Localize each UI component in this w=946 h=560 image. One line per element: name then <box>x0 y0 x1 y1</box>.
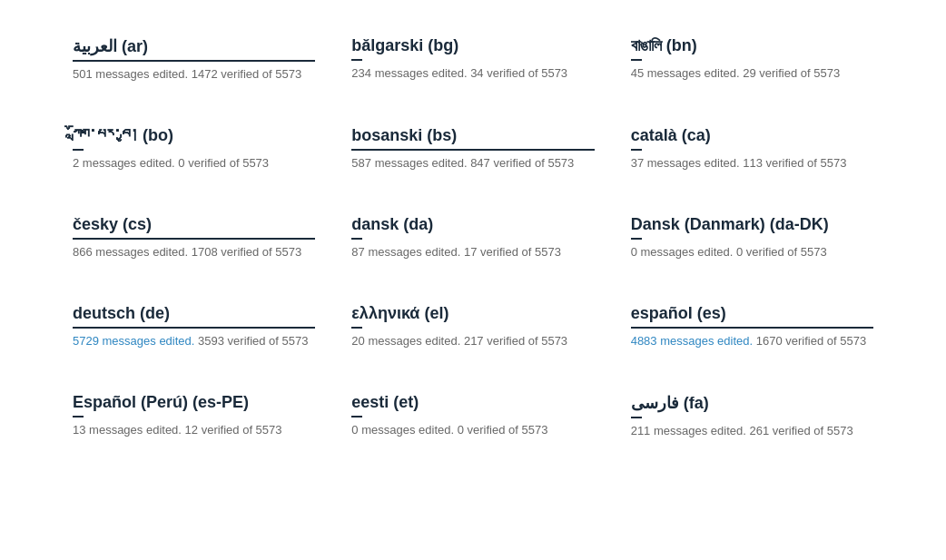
language-divider <box>631 59 642 61</box>
language-stats: 0 messages edited. 0 verified of 5573 <box>631 245 873 259</box>
language-divider <box>73 149 84 151</box>
language-stats: 4883 messages edited. 1670 verified of 5… <box>631 334 873 348</box>
language-name: ཀློག་པར་བྱ། (bo) <box>73 126 315 145</box>
language-item[interactable]: bălgarski (bg)234 messages edited. 34 ve… <box>333 18 612 108</box>
language-divider <box>73 327 315 329</box>
language-grid: العربية (ar)501 messages edited. 1472 ve… <box>0 0 946 483</box>
language-name: فارسی (fa) <box>631 393 873 413</box>
language-item[interactable]: español (es)4883 messages edited. 1670 v… <box>613 286 892 375</box>
language-stats: 0 messages edited. 0 verified of 5573 <box>351 423 594 437</box>
language-name: dansk (da) <box>351 215 594 234</box>
language-name: bălgarski (bg) <box>351 36 594 55</box>
language-divider <box>351 327 362 329</box>
language-item[interactable]: فارسی (fa)211 messages edited. 261 verif… <box>613 375 892 465</box>
language-name: česky (cs) <box>73 215 315 234</box>
language-name: deutsch (de) <box>73 304 315 323</box>
language-name: Español (Perú) (es-PE) <box>73 393 315 412</box>
language-divider <box>73 416 84 418</box>
language-stats: 45 messages edited. 29 verified of 5573 <box>631 66 873 80</box>
language-name: català (ca) <box>631 126 873 145</box>
language-item[interactable]: deutsch (de)5729 messages edited. 3593 v… <box>54 286 333 375</box>
language-item[interactable]: ελληνικά (el)20 messages edited. 217 ver… <box>333 286 612 375</box>
language-divider <box>631 149 642 151</box>
language-name: español (es) <box>631 304 873 323</box>
language-stats: 2 messages edited. 0 verified of 5573 <box>73 156 315 170</box>
language-divider <box>73 60 315 62</box>
language-item[interactable]: bosanski (bs)587 messages edited. 847 ve… <box>333 108 612 197</box>
language-divider <box>351 238 362 240</box>
language-stats: 37 messages edited. 113 verified of 5573 <box>631 156 873 170</box>
language-divider <box>351 59 362 61</box>
language-divider <box>631 417 642 418</box>
language-item[interactable]: বাঙালি (bn)45 messages edited. 29 verifi… <box>613 18 892 108</box>
language-stats: 5729 messages edited. 3593 verified of 5… <box>73 334 315 348</box>
language-stats: 234 messages edited. 34 verified of 5573 <box>351 66 594 80</box>
language-item[interactable]: ཀློག་པར་བྱ། (bo)2 messages edited. 0 ver… <box>54 108 333 197</box>
language-name: ελληνικά (el) <box>351 304 594 323</box>
language-divider <box>631 327 873 329</box>
language-stats: 587 messages edited. 847 verified of 557… <box>351 156 594 170</box>
language-name: eesti (et) <box>351 393 594 412</box>
language-item[interactable]: dansk (da)87 messages edited. 17 verifie… <box>333 197 612 286</box>
language-item[interactable]: česky (cs)866 messages edited. 1708 veri… <box>54 197 333 286</box>
language-divider <box>631 238 642 240</box>
language-name: Dansk (Danmark) (da-DK) <box>631 215 873 234</box>
language-stats: 211 messages edited. 261 verified of 557… <box>631 424 873 437</box>
language-stats: 20 messages edited. 217 verified of 5573 <box>351 334 594 348</box>
language-name: bosanski (bs) <box>351 126 594 145</box>
language-item[interactable]: eesti (et)0 messages edited. 0 verified … <box>333 375 612 465</box>
language-divider <box>351 149 594 151</box>
language-divider <box>351 416 362 418</box>
language-stats: 866 messages edited. 1708 verified of 55… <box>73 245 315 259</box>
language-stats: 501 messages edited. 1472 verified of 55… <box>73 67 315 81</box>
language-name: বাঙালি (bn) <box>631 36 873 55</box>
language-stats: 87 messages edited. 17 verified of 5573 <box>351 245 594 259</box>
language-divider <box>73 238 315 240</box>
language-stats: 13 messages edited. 12 verified of 5573 <box>73 423 315 437</box>
language-item[interactable]: Dansk (Danmark) (da-DK)0 messages edited… <box>613 197 892 286</box>
language-item[interactable]: Español (Perú) (es-PE)13 messages edited… <box>54 375 333 465</box>
language-item[interactable]: català (ca)37 messages edited. 113 verif… <box>613 108 892 197</box>
language-item[interactable]: العربية (ar)501 messages edited. 1472 ve… <box>54 18 333 108</box>
language-name: العربية (ar) <box>73 36 315 56</box>
